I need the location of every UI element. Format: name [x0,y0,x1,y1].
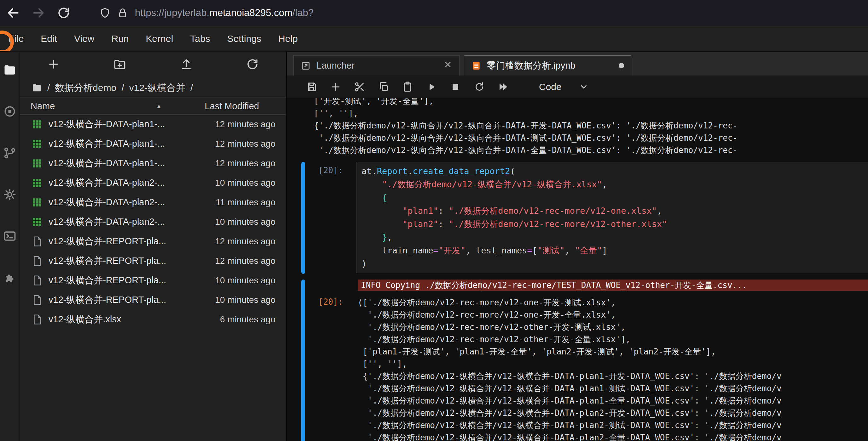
file-row[interactable]: v12-纵横合并-DATA-plan2-... 10 minutes ago [20,212,286,232]
forward-button[interactable] [30,4,47,22]
file-browser-icon[interactable] [2,62,17,77]
interrupt-kernel-button[interactable] [448,80,463,94]
file-name: v12-纵横合并-DATA-plan1-... [49,157,181,170]
run-cell-button[interactable] [424,80,439,94]
file-name: v12-纵横合并-REPORT-pla... [49,255,181,267]
spreadsheet-icon [32,119,42,130]
close-tab-button[interactable] [443,60,452,71]
notebook-scroll-area[interactable]: ['开发-测试', '开发-全量'], ['', ''], {'./数据分析de… [287,98,868,441]
running-kernels-icon[interactable] [2,104,17,119]
restart-kernel-button[interactable] [472,80,487,94]
left-activity-bar [0,52,20,441]
stderr-text: INFO Copying ./数据分析demo/v12-rec-more/TES… [361,280,747,291]
upload-button[interactable] [180,58,193,72]
file-list-header: Name ▲ Last Modified [20,98,286,114]
site-security-icons [99,7,129,19]
file-modified-time: 6 minutes ago [181,314,276,325]
file-row[interactable]: v12-纵横合并-REPORT-pla... 10 minutes ago [20,290,286,310]
launcher-icon [301,61,311,71]
paste-cell-button[interactable] [400,80,415,94]
file-modified-time: 11 minutes ago [181,197,276,207]
url-scheme: https://jupyterlab. [135,7,209,18]
file-row[interactable]: v12-纵横合并-REPORT-pla... 10 minutes ago [20,271,286,290]
file-row[interactable]: v12-纵横合并-DATA-plan1-... 12 minutes ago [20,154,286,173]
cell-type-select[interactable]: Code [539,81,588,92]
file-modified-time: 10 minutes ago [181,178,276,188]
input-prompt: [20]: [318,166,343,175]
menu-settings[interactable]: Settings [219,26,270,51]
file-icon [32,314,42,325]
refresh-file-list-button[interactable] [246,58,259,72]
forward-arrow-icon [32,6,45,20]
fast-forward-icon [498,81,509,93]
file-row[interactable]: v12-纵横合并-REPORT-pla... 12 minutes ago [20,232,286,251]
save-button[interactable] [305,80,319,94]
spreadsheet-icon [32,216,42,227]
extension-manager-icon[interactable] [2,270,17,285]
cell-output-text: (['./数据分析demo/v12-rec-more/v12-one-开发-测试… [358,297,782,441]
input-collapser[interactable] [301,162,305,274]
reload-button[interactable] [55,4,72,22]
file-row[interactable]: v12-纵横合并-DATA-plan2-... 11 minutes ago [20,193,286,212]
breadcrumb-separator: / [190,82,193,93]
file-modified-time: 12 minutes ago [181,158,276,168]
column-header-modified[interactable]: Last Modified [172,101,276,111]
menu-edit[interactable]: Edit [32,26,66,51]
column-header-name[interactable]: Name [31,101,55,111]
file-modified-time: 10 minutes ago [181,217,276,227]
code-editor[interactable]: at.Report.create_data_report2( "./数据分析de… [356,162,868,273]
reload-icon [57,6,71,20]
file-row[interactable]: v12-纵横合并.xlsx 6 minutes ago [20,310,286,329]
refresh-icon [246,58,259,71]
new-launcher-button[interactable] [47,58,60,72]
insert-cell-button[interactable] [329,80,343,94]
url-path: /lab? [292,7,314,18]
tab-launcher[interactable]: Launcher [293,56,460,75]
folder-icon[interactable] [32,82,42,93]
scissors-icon [354,81,365,93]
spreadsheet-icon [32,138,42,149]
copy-cell-button[interactable] [376,80,391,94]
close-icon [443,60,452,69]
file-modified-time: 12 minutes ago [181,139,276,149]
file-icon [32,275,42,286]
notebook-toolbar: Code [287,76,868,98]
shield-icon[interactable] [99,7,111,19]
file-name: v12-纵横合并-REPORT-pla... [49,294,181,306]
back-arrow-icon [6,6,20,20]
menu-help[interactable]: Help [270,26,306,51]
file-row[interactable]: v12-纵横合并-DATA-plan1-... 12 minutes ago [20,134,286,154]
file-row[interactable]: v12-纵横合并-DATA-plan2-... 10 minutes ago [20,173,286,193]
file-icon [32,236,42,247]
spreadsheet-icon [32,197,42,208]
back-button[interactable] [4,4,22,22]
breadcrumb-dir-demo[interactable]: 数据分析demo [55,81,116,95]
unsaved-changes-dot[interactable] [619,63,624,68]
property-inspector-icon[interactable] [2,187,17,202]
cut-cell-button[interactable] [352,80,367,94]
restart-run-all-button[interactable] [496,80,510,94]
menu-run[interactable]: Run [103,26,137,51]
notebook-icon [471,61,481,71]
tab-notebook[interactable]: 零门槛数据分析.ipynb [464,56,631,75]
stop-icon [450,81,461,93]
file-name: v12-纵横合并-DATA-plan2-... [49,216,181,228]
output-collapser[interactable] [301,279,305,441]
main-dock-panel: Launcher 零门槛数据分析.ipynb [287,52,868,441]
terminal-icon[interactable] [2,229,17,244]
new-folder-button[interactable] [113,58,126,72]
git-icon[interactable] [2,145,17,161]
file-row[interactable]: v12-纵横合并-DATA-plan1-... 12 minutes ago [20,114,286,134]
file-browser-panel: / 数据分析demo / v12-纵横合并 / Name ▲ Last Modi… [20,52,287,441]
breadcrumb-dir-current[interactable]: v12-纵横合并 [129,81,185,95]
file-list: v12-纵横合并-DATA-plan1-... 12 minutes ago v… [20,114,286,441]
menu-tabs[interactable]: Tabs [182,26,218,51]
breadcrumb: / 数据分析demo / v12-纵横合并 / [20,78,286,98]
menu-view[interactable]: View [66,26,103,51]
plus-icon [330,81,341,93]
menu-kernel[interactable]: Kernel [137,26,182,51]
file-modified-time: 12 minutes ago [181,119,276,129]
url-bar[interactable]: https://jupyterlab.metanoia8295.com/lab? [135,7,314,19]
lock-icon[interactable] [117,7,129,19]
file-row[interactable]: v12-纵横合并-REPORT-pla... 12 minutes ago [20,251,286,271]
